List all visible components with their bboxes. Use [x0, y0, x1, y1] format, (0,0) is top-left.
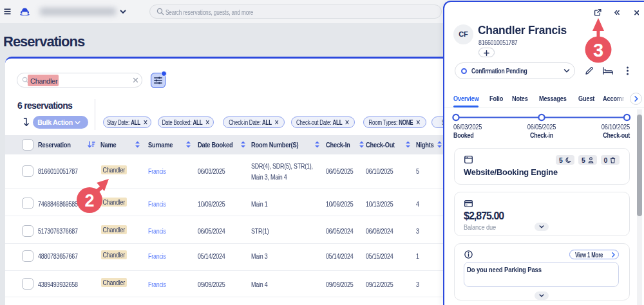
svg-text:3: 3 — [593, 40, 603, 60]
svg-text:2: 2 — [84, 191, 94, 210]
